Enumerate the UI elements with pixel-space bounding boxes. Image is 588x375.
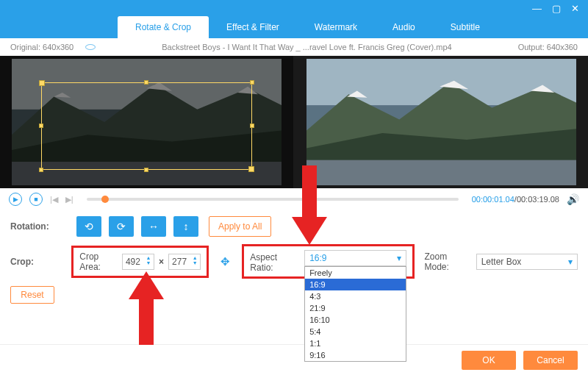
output-size: Output: 640x360: [518, 43, 578, 51]
original-size: Original: 640x360: [10, 43, 96, 51]
zoom-mode-dropdown[interactable]: Letter Box▾: [476, 254, 578, 270]
footer: OK Cancel: [0, 344, 588, 375]
crop-area-label: Crop Area:: [79, 251, 118, 272]
center-crop-icon[interactable]: ✥: [220, 255, 230, 268]
svg-rect-15: [306, 160, 576, 185]
seek-slider[interactable]: [87, 198, 459, 201]
tab-bar: Rotate & Crop Effect & Filter Watermark …: [0, 16, 588, 38]
zoom-mode-group: Zoom Mode: Letter Box▾: [425, 251, 578, 272]
aspect-opt-16-9[interactable]: 16:9: [305, 279, 405, 290]
crop-label: Crop:: [10, 257, 71, 267]
eye-icon[interactable]: [85, 44, 96, 50]
aspect-ratio-dropdown[interactable]: 16:9▾ Freely 16:9 4:3 21:9 16:10 5:4 1:1…: [304, 250, 406, 266]
tab-subtitle[interactable]: Subtitle: [433, 16, 498, 38]
tab-rotate-crop[interactable]: Rotate & Crop: [118, 16, 209, 38]
aspect-opt-1-1[interactable]: 1:1: [305, 338, 405, 349]
crop-height-input[interactable]: 277▲▼: [168, 254, 201, 270]
svg-rect-19: [139, 299, 154, 345]
multiply-icon: ×: [159, 257, 164, 267]
annotation-arrow-up: [129, 271, 164, 345]
zoom-mode-label: Zoom Mode:: [425, 251, 470, 272]
minimize-icon[interactable]: —: [532, 4, 542, 13]
titlebar: — ▢ ✕: [0, 0, 588, 16]
spinner-icon[interactable]: ▲▼: [190, 255, 199, 268]
file-title: Backstreet Boys - I Want It That Way _ .…: [96, 43, 517, 51]
aspect-opt-9-16[interactable]: 9:16: [305, 349, 405, 361]
speaker-icon[interactable]: 🔊: [567, 193, 579, 205]
aspect-opt-16-10[interactable]: 16:10: [305, 314, 405, 326]
aspect-ratio-label: Aspect Ratio:: [250, 250, 298, 273]
aspect-ratio-group: Aspect Ratio: 16:9▾ Freely 16:9 4:3 21:9…: [242, 244, 414, 279]
aspect-opt-freely[interactable]: Freely: [305, 267, 405, 279]
rotate-ccw-button[interactable]: ⟲: [76, 216, 101, 237]
cancel-button[interactable]: Cancel: [523, 351, 578, 370]
aspect-opt-5-4[interactable]: 5:4: [305, 326, 405, 338]
original-preview[interactable]: [0, 56, 293, 188]
crop-row: Crop: Crop Area: 492▲▼ × 277▲▼ ✥ Aspect …: [10, 244, 578, 279]
tab-watermark[interactable]: Watermark: [297, 16, 375, 38]
flip-v-button[interactable]: ↕: [173, 216, 198, 237]
aspect-opt-21-9[interactable]: 21:9: [305, 302, 405, 314]
tab-effect-filter[interactable]: Effect & Filter: [209, 16, 297, 38]
apply-all-button[interactable]: Apply to All: [209, 216, 271, 237]
info-bar: Original: 640x360 Backstreet Boys - I Wa…: [0, 38, 588, 56]
aspect-ratio-options: Freely 16:9 4:3 21:9 16:10 5:4 1:1 9:16: [304, 266, 406, 362]
maximize-icon[interactable]: ▢: [552, 4, 561, 13]
svg-marker-18: [129, 271, 164, 299]
close-icon[interactable]: ✕: [571, 4, 579, 13]
svg-marker-17: [292, 217, 327, 245]
rotate-cw-button[interactable]: ⟳: [109, 216, 134, 237]
crop-width-input[interactable]: 492▲▼: [122, 254, 154, 270]
aspect-opt-4-3[interactable]: 4:3: [305, 290, 405, 302]
crop-selection[interactable]: [41, 82, 252, 170]
rotation-label: Rotation:: [10, 221, 76, 232]
reset-button[interactable]: Reset: [10, 286, 54, 304]
play-button[interactable]: ▶: [9, 193, 22, 206]
mountain-image-out: [306, 59, 576, 185]
ok-button[interactable]: OK: [462, 351, 516, 370]
annotation-arrow-down: [292, 165, 327, 246]
chevron-down-icon: ▾: [568, 257, 573, 267]
spinner-icon[interactable]: ▲▼: [144, 255, 153, 268]
step-fwd-icon[interactable]: ▶|: [65, 195, 74, 204]
tab-audio[interactable]: Audio: [375, 16, 433, 38]
output-preview: [295, 56, 588, 188]
svg-rect-16: [302, 165, 317, 217]
time-display: 00:00:01.04/00:03:19.08: [472, 195, 559, 204]
flip-h-button[interactable]: ↔: [141, 216, 166, 237]
stop-button[interactable]: ■: [29, 193, 43, 206]
step-back-icon[interactable]: |◀: [50, 195, 58, 204]
chevron-down-icon: ▾: [397, 253, 401, 263]
